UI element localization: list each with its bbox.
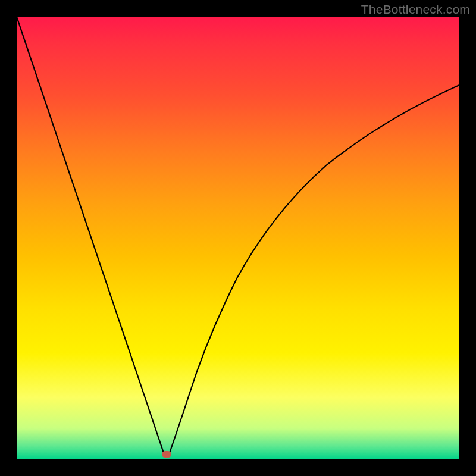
- minimum-marker: [162, 451, 171, 458]
- watermark-text: TheBottleneck.com: [361, 2, 470, 17]
- curve-left-branch: [17, 17, 164, 455]
- bottleneck-curve: [17, 17, 459, 459]
- curve-right-branch: [169, 85, 459, 455]
